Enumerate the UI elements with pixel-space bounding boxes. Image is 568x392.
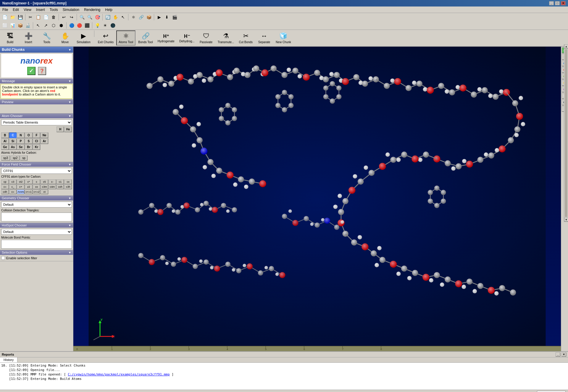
cmd-exit-chunks[interactable]: ↩ Exit Chunks [96, 30, 116, 46]
cmd-transmute[interactable]: ⚗ Transmute... [216, 30, 236, 46]
ff-c4m[interactable]: c4m [49, 184, 56, 189]
tb2-13[interactable]: ☀ [101, 22, 109, 29]
tab-history[interactable]: History [0, 357, 17, 362]
tb2-11[interactable]: ⬛ [83, 22, 91, 29]
tb-zoom-in[interactable]: 🔍 [78, 14, 85, 21]
ff-z2[interactable]: z2 [25, 184, 33, 189]
mmp-file-link[interactable]: C:/cygwin/home/mke/packmol/examples/squa… [68, 372, 170, 376]
tb2-10[interactable]: 🔴 [76, 22, 83, 29]
tb2-12[interactable]: 💡 [94, 22, 101, 29]
elem-Br[interactable]: Br [25, 144, 33, 150]
elem-C[interactable]: C [9, 132, 17, 138]
ff-cleq2[interactable]: c<=2 [33, 189, 41, 194]
menu-tools[interactable]: Tools [47, 7, 60, 12]
geometry-header[interactable]: Geometry Chooser ▼ [0, 196, 73, 200]
elem-P[interactable]: P [17, 138, 25, 144]
ff-cstar[interactable]: c* [25, 179, 33, 184]
message-header[interactable]: Message ▼ [0, 79, 73, 83]
display-style-select[interactable]: Ball and Stick Wireframe CPK Tubes [537, 391, 566, 392]
tb-new[interactable]: 📄 [1, 14, 8, 21]
tb-paste[interactable]: 📄 [42, 14, 49, 21]
elem-Se[interactable]: Se [17, 144, 25, 150]
tb-bond[interactable]: 🔗 [138, 14, 145, 21]
menu-view[interactable]: View [21, 7, 34, 12]
tb-movie[interactable]: 🎬 [171, 14, 178, 21]
elem-Al[interactable]: Al [1, 138, 9, 144]
ff-c1[interactable]: c1 [57, 179, 64, 184]
tb-cut[interactable]: ✂ [27, 14, 34, 21]
elem-He[interactable]: He [64, 127, 72, 132]
cmd-tools[interactable]: 🔧 Tools [38, 30, 56, 46]
ff-c_[interactable]: c_ [9, 184, 17, 189]
ff-ceq[interactable]: c= [1, 184, 9, 189]
tb-sim[interactable]: ▶ [156, 14, 163, 21]
ff-coh[interactable]: coh [57, 184, 64, 189]
ff-c_aromatic[interactable]: Aromatic Carbon [17, 189, 25, 194]
tb-select[interactable]: ↖ [120, 14, 127, 21]
geometry-collapse-icon[interactable]: ▼ [68, 197, 71, 200]
cmd-atoms-tool[interactable]: ⚛ Atoms Tool [116, 30, 135, 46]
panel-header[interactable]: Build Chunks ▼ [0, 47, 73, 53]
elem-S[interactable]: S [25, 138, 33, 144]
viewport[interactable]: Y X 0 1 2 3 4 5 6 7 [73, 47, 561, 351]
cmd-move[interactable]: ✋ Move [56, 30, 74, 46]
elem-Kr[interactable]: Kr [33, 144, 41, 150]
cmd-dehydrogenate[interactable]: H⁻ Dehydrog... [177, 30, 197, 46]
ff-cx[interactable]: cx [64, 179, 72, 184]
cmd-build[interactable]: 🏗 Build [1, 30, 19, 46]
ff-cplus[interactable]: c+ [17, 184, 25, 189]
cmd-insert[interactable]: ➕ Insert [20, 30, 37, 46]
menu-help[interactable]: Help [103, 7, 115, 12]
menu-rendering[interactable]: Rendering [82, 7, 103, 12]
tb2-1[interactable]: ⬜ [1, 22, 8, 29]
tb-chunk[interactable]: 📦 [145, 14, 152, 21]
tb-copy[interactable]: 📋 [35, 14, 42, 21]
ff-c3h[interactable]: c3h [64, 184, 72, 189]
tb-pan[interactable]: ✋ [112, 14, 119, 21]
maximize-button[interactable]: □ [555, 1, 560, 5]
elem-H[interactable]: H [57, 127, 64, 132]
ff-cminus[interactable]: c- [49, 179, 56, 184]
tb-redo[interactable]: ↪ [68, 14, 75, 21]
ff-cp[interactable]: cp [1, 179, 9, 184]
tb-rotate[interactable]: 🔄 [104, 14, 111, 21]
elem-Cl[interactable]: Cl [33, 138, 41, 144]
ff-cleq1[interactable]: c<=1 [25, 189, 33, 194]
tb-zoom-fit[interactable]: 🎯 [94, 14, 101, 21]
ff-c5[interactable]: c5 [41, 179, 48, 184]
tb2-8[interactable]: ⬢ [58, 22, 65, 29]
menu-file[interactable]: File [0, 7, 10, 12]
message-collapse-icon[interactable]: ▼ [68, 80, 71, 83]
tb-delete[interactable]: 🗑 [50, 14, 57, 21]
hotspot-collapse-icon[interactable]: ▼ [68, 224, 71, 227]
tb-atom[interactable]: ⚛ [130, 14, 137, 21]
selection-filter-checkbox[interactable] [1, 256, 5, 260]
elem-F[interactable]: F [33, 132, 41, 138]
close-button[interactable]: ✕ [561, 1, 566, 5]
tb2-14[interactable]: 🌑 [109, 22, 116, 29]
ff-c[interactable]: c [33, 179, 41, 184]
elem-Si[interactable]: Si [9, 138, 17, 144]
elem-B[interactable]: B [1, 132, 9, 138]
preview-collapse-icon[interactable]: ▼ [68, 101, 71, 104]
elem-Ge[interactable]: Ge [1, 144, 9, 150]
ff-ct-b[interactable]: ct [41, 189, 48, 194]
elem-As[interactable]: As [9, 144, 17, 150]
reports-close-btn[interactable]: ✕ [561, 352, 566, 357]
hybrid-sp2[interactable]: sp2 [11, 155, 20, 161]
cmd-separate[interactable]: ↔ Separate [255, 30, 273, 46]
tb-zoom-out[interactable]: 🔍 [86, 14, 93, 21]
ff-c3m[interactable]: c3m [41, 184, 48, 189]
panel-collapse-icon[interactable]: ▼ [68, 48, 71, 51]
hybrid-sp[interactable]: sp [20, 155, 28, 161]
cmd-cut-bonds[interactable]: ✂ Cut Bonds [237, 30, 255, 46]
tb2-7[interactable]: ⬡ [50, 22, 57, 29]
menu-insert[interactable]: Insert [34, 7, 47, 12]
ff-ct2[interactable]: ct2 [17, 179, 25, 184]
elem-O[interactable]: O [25, 132, 33, 138]
elem-Ar[interactable]: Ar [41, 138, 48, 144]
logo-check-button[interactable]: ✓ [27, 67, 36, 75]
geometry-dropdown[interactable]: Default [1, 202, 72, 208]
cmd-new-chunk[interactable]: 🧊 New Chunk [274, 30, 293, 46]
menu-simulation[interactable]: Simulation [60, 7, 82, 12]
